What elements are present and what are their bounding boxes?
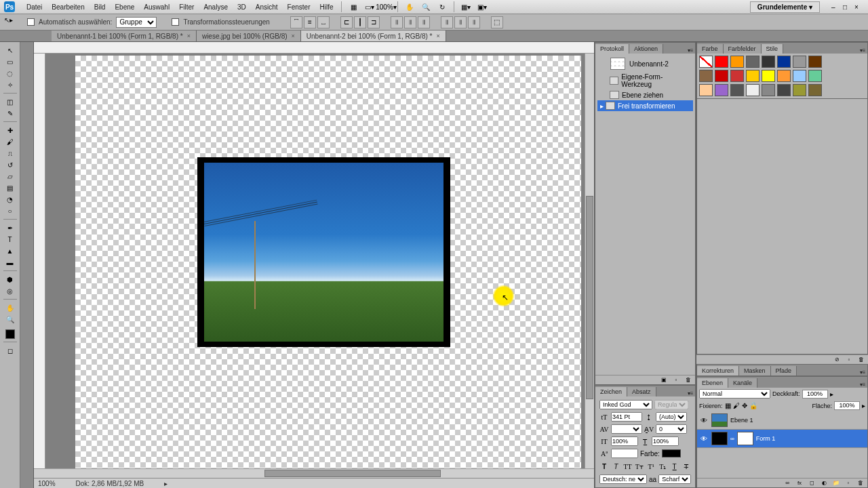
document-tab[interactable]: Unbenannt-2 bei 100% (Form 1, RGB/8) *× [301, 30, 446, 41]
blend-mode-dropdown[interactable]: Normal [699, 389, 770, 399]
new-document-icon[interactable]: ▫ [671, 376, 681, 384]
panel-menu-icon[interactable]: ▾≡ [858, 382, 867, 388]
status-zoom[interactable]: 100% [38, 480, 56, 487]
italic-icon[interactable]: T [611, 462, 620, 471]
tab-channels[interactable]: Kanäle [728, 378, 757, 388]
document-tab[interactable]: wiese.jpg bei 100% (RGB/8)× [197, 30, 301, 41]
layer-style-icon[interactable]: fx [795, 479, 804, 487]
canvas[interactable] [75, 56, 581, 468]
strikethrough-icon[interactable]: T̶ [682, 462, 691, 471]
tab-history[interactable]: Protokoll [595, 44, 629, 54]
font-style-dropdown[interactable]: Regular [654, 400, 688, 409]
shape-tool-icon[interactable]: ▬ [3, 257, 18, 268]
zoom-tool-icon[interactable]: 🔍 [3, 314, 18, 325]
font-family-dropdown[interactable]: Inked God [599, 400, 652, 409]
ruler-vertical[interactable] [34, 54, 45, 468]
layer-mask-icon[interactable]: ◻ [807, 479, 816, 487]
link-layers-icon[interactable]: ∞ [783, 479, 792, 487]
panel-menu-icon[interactable]: ▾≡ [686, 390, 695, 396]
panel-menu-icon[interactable]: ▾≡ [858, 369, 867, 375]
lasso-tool-icon[interactable]: ◌ [3, 68, 18, 79]
trash-icon[interactable]: 🗑 [856, 479, 865, 487]
adjustment-layer-icon[interactable]: ◐ [819, 479, 829, 487]
auto-select-checkbox[interactable] [27, 18, 35, 26]
style-swatch[interactable] [730, 56, 744, 68]
style-swatch[interactable] [746, 84, 760, 96]
style-swatch[interactable] [699, 70, 713, 82]
screen-mode-icon[interactable]: ▭▾ [363, 1, 376, 13]
scrollbar-horizontal[interactable] [34, 468, 594, 478]
lock-transparency-icon[interactable]: ▦ [725, 402, 731, 409]
history-snapshot-thumb[interactable] [610, 58, 625, 70]
lock-all-icon[interactable]: 🔒 [749, 402, 757, 409]
dodge-tool-icon[interactable]: ○ [3, 205, 18, 216]
style-swatch[interactable] [715, 70, 728, 82]
auto-select-dropdown[interactable]: Gruppe [116, 17, 157, 28]
tab-layers[interactable]: Ebenen [697, 378, 728, 388]
style-swatch[interactable] [808, 84, 822, 96]
history-item[interactable]: ▸Frei transformieren [597, 100, 693, 111]
menu-bild[interactable]: Bild [90, 1, 111, 13]
hscale-input[interactable] [652, 436, 679, 446]
menu-ansicht[interactable]: Ansicht [251, 1, 283, 13]
font-size-input[interactable] [611, 412, 642, 422]
style-swatch[interactable] [793, 70, 806, 82]
quick-mask-icon[interactable]: ◻ [3, 345, 18, 356]
style-swatch[interactable] [715, 56, 728, 68]
launch-bridge-icon[interactable]: ▦ [347, 1, 360, 13]
new-layer-icon[interactable]: ▫ [844, 479, 853, 487]
style-swatch[interactable] [777, 56, 791, 68]
align-right-icon[interactable]: ⊐ [368, 16, 380, 28]
document-tab[interactable]: Unbenannt-1 bei 100% (Form 1, RGB/8) *× [52, 30, 197, 41]
layer-thumb[interactable] [711, 413, 728, 427]
scrollbar-vertical[interactable] [585, 54, 594, 468]
new-style-icon[interactable]: ▫ [844, 356, 854, 364]
new-group-icon[interactable]: 📁 [831, 479, 841, 487]
status-doc[interactable]: Dok: 2,86 MB/1,92 MB [76, 480, 144, 487]
style-swatch[interactable] [699, 84, 713, 96]
menu-auswahl[interactable]: Auswahl [139, 1, 174, 13]
layer-name[interactable]: Ebene 1 [730, 417, 753, 424]
allcaps-icon[interactable]: TT [623, 462, 633, 471]
lock-position-icon[interactable]: ✥ [742, 402, 747, 409]
panel-menu-icon[interactable]: ▾≡ [858, 47, 867, 54]
crop-tool-icon[interactable]: ◫ [3, 96, 18, 107]
distribute-right-icon[interactable]: ⫴ [468, 16, 480, 28]
style-swatch[interactable] [793, 56, 806, 68]
tab-swatches[interactable]: Farbfelder [724, 44, 762, 54]
align-top-icon[interactable]: ⎴ [290, 16, 302, 28]
type-tool-icon[interactable]: T [3, 234, 18, 245]
distribute-left-icon[interactable]: ⫴ [441, 16, 453, 28]
zoom-tool-icon[interactable]: 🔍 [419, 1, 433, 13]
ruler-horizontal[interactable] [34, 42, 594, 54]
new-snapshot-icon[interactable]: ▣ [659, 376, 669, 384]
vector-mask-thumb[interactable] [737, 432, 753, 445]
tab-close-icon[interactable]: × [436, 33, 439, 39]
style-swatch[interactable] [762, 70, 775, 82]
layer-thumb[interactable] [711, 432, 728, 445]
panel-menu-icon[interactable]: ▾≡ [686, 47, 695, 54]
tab-character[interactable]: Zeichen [595, 387, 627, 396]
eraser-tool-icon[interactable]: ▱ [3, 171, 18, 182]
visibility-icon[interactable]: 👁 [699, 435, 709, 443]
move-tool-icon[interactable]: ↖ [3, 45, 18, 56]
tab-masks[interactable]: Masken [739, 366, 771, 375]
style-swatch[interactable] [808, 70, 822, 82]
baseline-input[interactable] [611, 449, 638, 458]
menu-fenster[interactable]: Fenster [283, 1, 315, 13]
tab-close-icon[interactable]: × [292, 33, 295, 39]
bold-icon[interactable]: T [599, 462, 609, 471]
underline-icon[interactable]: T [670, 462, 679, 471]
zoom-level-dropdown[interactable]: 100% ▾ [379, 1, 393, 13]
tab-actions[interactable]: Aktionen [629, 44, 663, 54]
hand-tool-icon[interactable]: ✋ [3, 302, 18, 313]
distribute-bottom-icon[interactable]: ⫴ [418, 16, 430, 28]
shape-layer-frame[interactable] [197, 157, 450, 347]
trash-icon[interactable]: 🗑 [684, 376, 693, 384]
gradient-tool-icon[interactable]: ▤ [3, 182, 18, 193]
lock-pixels-icon[interactable]: 🖌 [733, 402, 740, 409]
3d-tool-icon[interactable]: ⬢ [3, 274, 18, 285]
distribute-vcenter-icon[interactable]: ⫴ [404, 16, 416, 28]
brush-tool-icon[interactable]: 🖌 [3, 136, 18, 147]
menu-3d[interactable]: 3D [233, 1, 251, 13]
